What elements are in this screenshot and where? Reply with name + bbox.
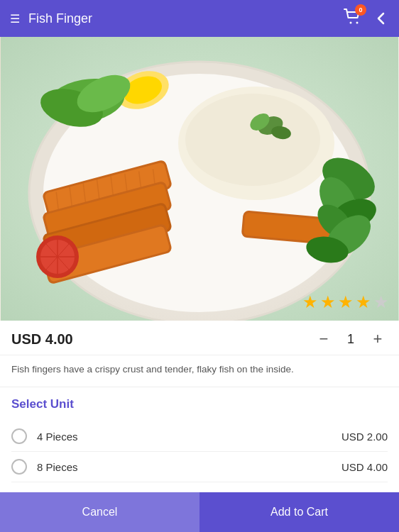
header-right: 0 xyxy=(344,9,389,28)
svg-point-0 xyxy=(350,22,352,24)
quantity-value: 1 xyxy=(344,332,358,347)
unit-price-8pieces: USD 4.00 xyxy=(341,461,388,473)
star-5: ★ xyxy=(373,292,389,312)
header-left: ☰ Fish Finger xyxy=(10,11,92,26)
food-plate xyxy=(0,37,399,321)
select-unit-title: Select Unit xyxy=(11,397,388,411)
quantity-control: − 1 + xyxy=(314,329,388,349)
cart-badge: 0 xyxy=(355,4,366,16)
unit-price-4pieces: USD 2.00 xyxy=(341,431,388,443)
product-price: USD 4.00 xyxy=(11,331,73,348)
app-header: ☰ Fish Finger 0 xyxy=(0,0,399,37)
price-row: USD 4.00 − 1 + xyxy=(0,321,399,355)
product-image-container: ★ ★ ★ ★ ★ xyxy=(0,37,399,321)
product-description: Fish fingers have a crispy crust and ten… xyxy=(0,355,399,387)
quantity-decrease-button[interactable]: − xyxy=(314,329,334,349)
menu-icon[interactable]: ☰ xyxy=(10,12,20,26)
food-illustration xyxy=(1,37,398,321)
svg-point-1 xyxy=(356,22,359,24)
unit-option-4pieces[interactable]: 4 Pieces USD 2.00 xyxy=(11,421,388,452)
unit-radio-8pieces xyxy=(11,459,27,475)
unit-radio-4pieces xyxy=(11,428,27,444)
unit-label-4pieces: 4 Pieces xyxy=(37,431,341,443)
unit-option-8pieces[interactable]: 8 Pieces USD 4.00 xyxy=(11,452,388,482)
star-4: ★ xyxy=(356,292,371,312)
quantity-increase-button[interactable]: + xyxy=(368,329,388,349)
star-3: ★ xyxy=(338,292,354,312)
cart-button[interactable]: 0 xyxy=(344,9,362,28)
bottom-buttons: Cancel Add to Cart xyxy=(0,492,399,532)
star-2: ★ xyxy=(320,292,336,312)
unit-label-8pieces: 8 Pieces xyxy=(37,461,341,473)
star-1: ★ xyxy=(302,292,318,312)
select-unit-section: Select Unit 4 Pieces USD 2.00 8 Pieces U… xyxy=(0,387,399,482)
cancel-button[interactable]: Cancel xyxy=(0,492,200,532)
star-rating: ★ ★ ★ ★ ★ xyxy=(302,292,389,312)
add-to-cart-button[interactable]: Add to Cart xyxy=(200,492,399,532)
svg-point-6 xyxy=(185,94,320,186)
back-icon[interactable] xyxy=(373,11,389,26)
page-title: Fish Finger xyxy=(28,11,92,26)
